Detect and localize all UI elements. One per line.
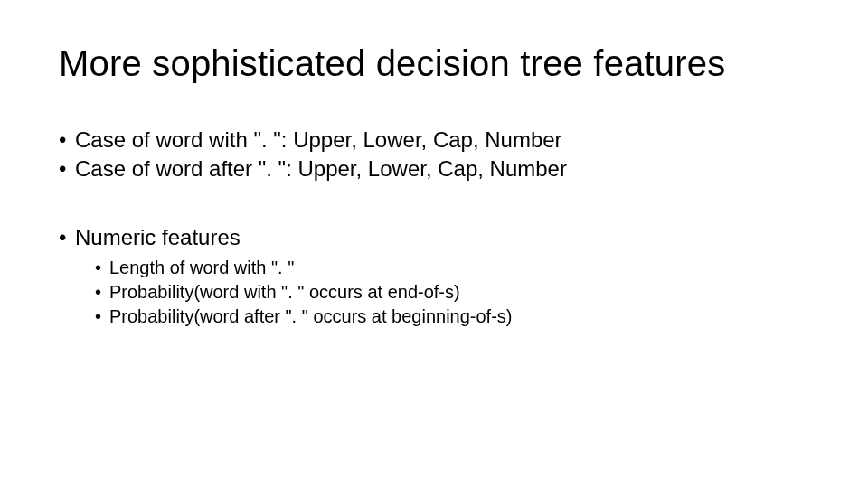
sub-bullet-item: •Probability(word with ". " occurs at en… bbox=[95, 281, 800, 304]
bullet-item: •Case of word after ". ": Upper, Lower, … bbox=[59, 155, 800, 183]
bullet-icon: • bbox=[59, 127, 75, 154]
slide: More sophisticated decision tree feature… bbox=[0, 0, 868, 488]
sub-bullet-text: Probability(word with ". " occurs at end… bbox=[109, 282, 460, 302]
bullet-text: Case of word after ". ": Upper, Lower, C… bbox=[75, 156, 567, 181]
bullet-icon: • bbox=[59, 224, 75, 251]
sub-bullet-group: •Length of word with ". " •Probability(w… bbox=[95, 257, 800, 328]
slide-body: •Case of word with ". ": Upper, Lower, C… bbox=[59, 127, 800, 330]
slide-title: More sophisticated decision tree feature… bbox=[59, 43, 725, 84]
bullet-icon: • bbox=[95, 305, 109, 328]
sub-bullet-item: •Length of word with ". " bbox=[95, 257, 800, 279]
bullet-icon: • bbox=[95, 257, 109, 279]
sub-bullet-item: •Probability(word after ". " occurs at b… bbox=[95, 305, 800, 328]
bullet-item: •Numeric features bbox=[59, 224, 800, 251]
bullet-icon: • bbox=[59, 155, 75, 183]
sub-bullet-text: Length of word with ". " bbox=[109, 258, 294, 277]
bullet-icon: • bbox=[95, 281, 109, 304]
sub-bullet-text: Probability(word after ". " occurs at be… bbox=[109, 306, 513, 326]
bullet-text: Numeric features bbox=[75, 225, 241, 249]
bullet-item: •Case of word with ". ": Upper, Lower, C… bbox=[59, 127, 800, 154]
bullet-text: Case of word with ". ": Upper, Lower, Ca… bbox=[75, 127, 562, 152]
